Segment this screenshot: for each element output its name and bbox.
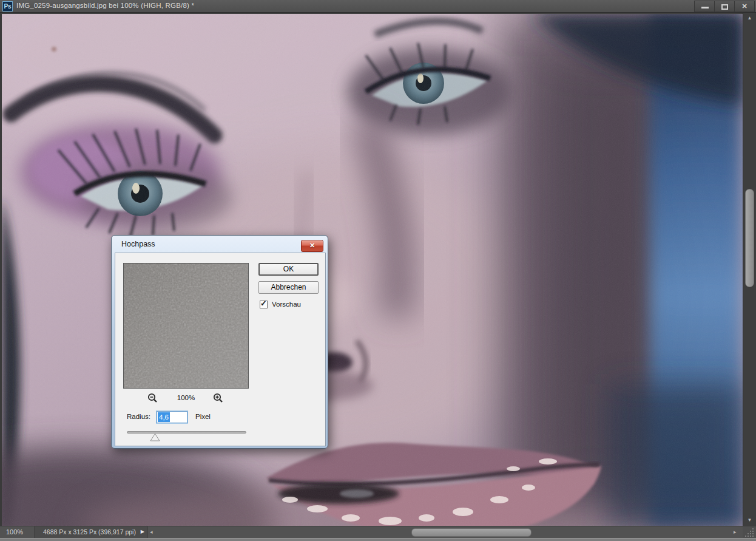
radius-value-selected: 4,6 <box>158 412 170 422</box>
horizontal-scrollbar-thumb[interactable] <box>411 528 532 537</box>
checkmark-icon: ✓ <box>260 299 267 308</box>
window-title: IMG_0259-ausgangsbild.jpg bei 100% (HIGH… <box>16 2 194 9</box>
radius-unit-label: Pixel <box>195 413 211 420</box>
status-bar: 100% 4688 Px x 3125 Px (396,917 ppi) ▶ ◂… <box>0 526 756 538</box>
radius-input[interactable]: 4,6 <box>157 411 187 423</box>
vertical-scrollbar-thumb[interactable] <box>745 189 754 287</box>
document-info-section[interactable]: 4688 Px x 3125 Px (396,917 ppi) ▶ <box>34 526 148 538</box>
window-titlebar[interactable]: Ps IMG_0259-ausgangsbild.jpg bei 100% (H… <box>0 0 756 13</box>
ok-button[interactable]: OK <box>258 263 319 276</box>
cancel-button[interactable]: Abbrechen <box>258 281 319 294</box>
dialog-client-area: 100% Radius: 4,6 Pixel <box>115 253 326 446</box>
resize-grip-icon <box>743 526 756 539</box>
highpass-preview-image <box>124 264 248 388</box>
dialog-titlebar[interactable]: Hochpass ✕ <box>112 236 328 253</box>
window-bottom-edge <box>0 538 756 541</box>
minimize-button[interactable] <box>694 1 715 12</box>
preview-zoom-controls: 100% <box>123 393 249 404</box>
maximize-icon <box>721 4 728 10</box>
radius-slider-thumb[interactable] <box>150 434 160 441</box>
radius-label: Radius: <box>127 413 150 420</box>
photoshop-app-icon: Ps <box>2 1 13 12</box>
horizontal-scrollbar[interactable] <box>157 527 732 538</box>
zoom-in-icon[interactable] <box>213 393 223 403</box>
zoom-percent-field[interactable]: 100% <box>6 528 23 536</box>
close-icon: ✕ <box>735 2 754 10</box>
vertical-scrollbar[interactable]: ▲ ▼ <box>743 13 756 526</box>
radius-row: Radius: 4,6 Pixel <box>115 410 326 424</box>
preview-zoom-level: 100% <box>123 394 249 401</box>
scroll-up-icon[interactable]: ▲ <box>743 15 756 21</box>
maximize-button[interactable] <box>714 1 735 12</box>
minimize-icon <box>701 7 709 9</box>
resize-grip[interactable] <box>743 526 756 539</box>
document-dimensions: 4688 Px x 3125 Px (396,917 ppi) <box>43 528 136 536</box>
photoshop-window: Ps IMG_0259-ausgangsbild.jpg bei 100% (H… <box>0 0 756 541</box>
dialog-title: Hochpass <box>121 240 155 248</box>
radius-slider-track[interactable] <box>127 431 246 434</box>
preview-checkbox-label: Vorschau <box>272 301 301 308</box>
scroll-down-icon[interactable]: ▼ <box>743 517 756 523</box>
preview-checkbox[interactable]: ✓ <box>260 301 268 308</box>
dialog-close-icon: ✕ <box>302 242 323 250</box>
window-controls: ✕ <box>695 1 755 12</box>
close-button[interactable]: ✕ <box>734 1 755 12</box>
radius-slider[interactable] <box>127 430 246 441</box>
dialog-close-button[interactable]: ✕ <box>301 240 323 252</box>
filter-preview[interactable] <box>123 263 249 389</box>
hochpass-dialog: Hochpass ✕ <box>111 235 328 449</box>
scroll-left-icon[interactable]: ◂ <box>150 529 153 535</box>
status-flyout-icon[interactable]: ▶ <box>141 529 144 534</box>
scroll-right-icon[interactable]: ▸ <box>734 529 737 535</box>
